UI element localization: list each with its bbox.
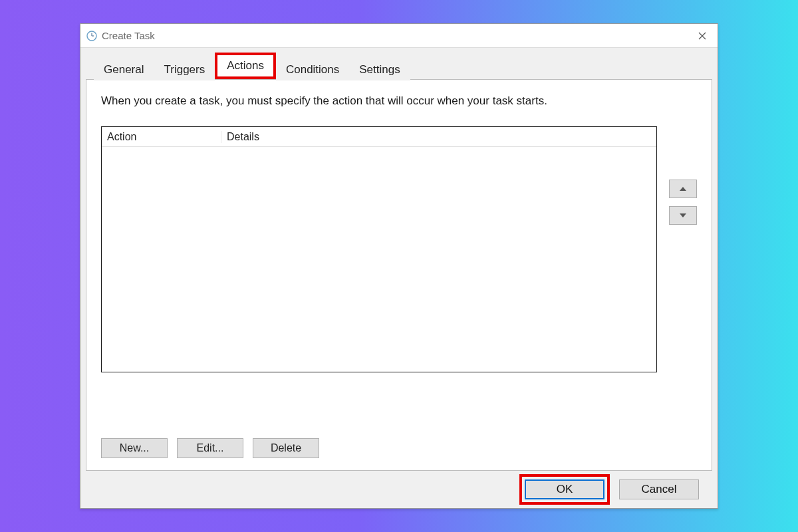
titlebar: Create Task [80, 24, 718, 48]
tab-settings[interactable]: Settings [349, 59, 410, 80]
column-action[interactable]: Action [102, 131, 221, 143]
action-buttons-row: New... Edit... Delete [101, 438, 697, 458]
dialog-footer: OK Cancel [86, 471, 712, 508]
new-button[interactable]: New... [101, 438, 168, 458]
tab-general[interactable]: General [94, 59, 154, 80]
cancel-button[interactable]: Cancel [619, 479, 699, 499]
actions-listbox[interactable]: Action Details [101, 126, 657, 372]
reorder-buttons [669, 180, 697, 225]
clock-icon [86, 30, 98, 42]
tabstrip: General Triggers Actions Conditions Sett… [94, 53, 712, 80]
chevron-down-icon [680, 213, 686, 217]
svg-marker-5 [680, 187, 686, 191]
actions-panel: When you create a task, you must specify… [86, 79, 712, 471]
move-up-button[interactable] [669, 180, 697, 198]
tab-triggers[interactable]: Triggers [154, 59, 215, 80]
move-down-button[interactable] [669, 206, 697, 225]
ok-button[interactable]: OK [525, 479, 604, 499]
chevron-up-icon [680, 187, 686, 191]
tab-conditions[interactable]: Conditions [276, 59, 349, 80]
dialog-body: General Triggers Actions Conditions Sett… [80, 48, 718, 508]
create-task-dialog: Create Task General Triggers Actions Con… [80, 23, 718, 509]
window-title: Create Task [102, 30, 155, 41]
delete-button[interactable]: Delete [253, 438, 319, 458]
edit-button[interactable]: Edit... [177, 438, 243, 458]
close-button[interactable] [687, 24, 718, 48]
close-icon [698, 32, 706, 40]
ok-highlight: OK [519, 474, 610, 505]
explain-text: When you create a task, you must specify… [101, 94, 697, 108]
list-header: Action Details [102, 127, 656, 147]
column-details[interactable]: Details [221, 131, 656, 143]
tab-actions[interactable]: Actions [215, 53, 276, 79]
list-body[interactable] [102, 147, 656, 372]
svg-marker-6 [680, 213, 686, 217]
